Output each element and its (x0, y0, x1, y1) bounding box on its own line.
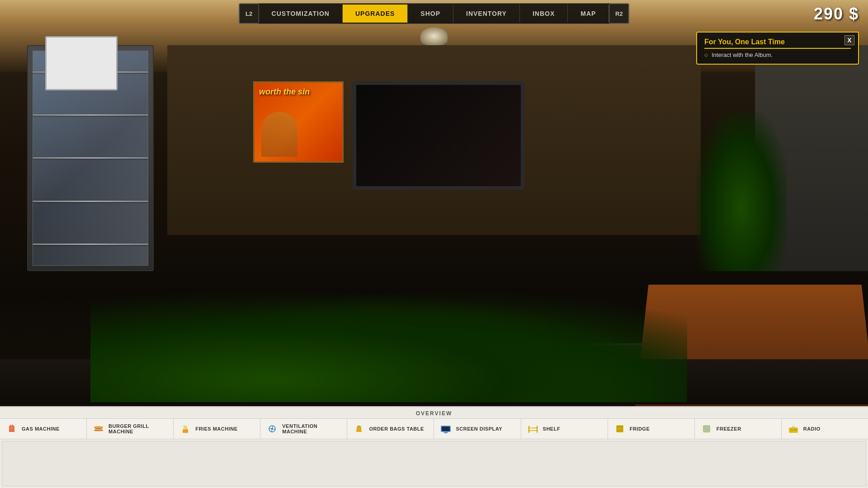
tab-screen-display-label: SCREEN DISPLAY (456, 426, 502, 432)
svg-rect-24 (619, 427, 620, 428)
tab-shelf[interactable]: SHELF (521, 419, 608, 439)
fridge-shelf (33, 157, 148, 159)
top-navigation: L2 CUSTOMIZATION UPGRADES SHOP INVENTORY… (0, 0, 868, 27)
svg-rect-8 (186, 426, 187, 430)
tab-fridge[interactable]: FRIDGE (608, 419, 695, 439)
tab-gas-machine[interactable]: GAS MACHINE (0, 419, 87, 439)
svg-rect-36 (793, 430, 797, 431)
wall-poster: worth the sin (253, 81, 344, 163)
poster-text: worth the sin (259, 87, 310, 97)
nav-shop[interactable]: SHOP (408, 5, 453, 23)
bottom-panel: OVERVIEW GAS MACHINE (0, 406, 868, 488)
notification-close-button[interactable]: X (844, 35, 854, 45)
svg-rect-25 (619, 430, 620, 431)
tab-fridge-label: FRIDGE (630, 426, 650, 432)
tab-fries-machine-label: FRIES MACHINE (195, 426, 237, 432)
tab-ventilation-label: VENTILATION MACHINE (282, 423, 341, 434)
nav-inventory[interactable]: INVENTORY (453, 5, 520, 23)
screen-display-icon (439, 424, 452, 434)
upgrade-content-area (2, 441, 866, 486)
upgrade-tabs: GAS MACHINE BURGER GRILL MACHINE (0, 419, 868, 439)
floor (0, 359, 868, 404)
notification-title: For You, One Last Time (704, 38, 851, 49)
svg-rect-19 (528, 426, 529, 433)
tab-radio-label: RADIO (803, 426, 821, 432)
svg-point-34 (791, 430, 792, 431)
svg-rect-5 (183, 429, 188, 433)
tab-screen-display[interactable]: SCREEN DISPLAY (434, 419, 521, 439)
nav-left-controller[interactable]: L2 (239, 4, 259, 23)
svg-rect-17 (528, 427, 538, 428)
fridge-shelf (33, 244, 148, 245)
nav-map[interactable]: MAP (568, 5, 609, 23)
notification-panel: X For You, One Last Time ◇ Interact with… (696, 32, 859, 65)
nav-upgrades[interactable]: UPGRADES (343, 5, 408, 23)
fridge-shelf (33, 201, 148, 202)
burger-grill-icon (92, 424, 105, 434)
fridge-shelf (33, 114, 148, 116)
monitor-screen (356, 85, 521, 186)
gas-machine-icon (5, 424, 18, 434)
notification-text: Interact with the Album. (712, 52, 773, 58)
nav-customization[interactable]: CUSTOMIZATION (259, 5, 343, 23)
poster-figure (261, 112, 297, 157)
tab-shelf-label: SHELF (543, 426, 561, 432)
order-bags-icon (353, 424, 365, 434)
shelf-icon (527, 424, 539, 434)
plants-right (696, 113, 787, 271)
tab-fries-machine[interactable]: FRIES MACHINE (174, 419, 260, 439)
svg-rect-16 (443, 432, 448, 433)
fries-machine-icon (179, 424, 192, 434)
svg-rect-6 (184, 426, 184, 430)
svg-point-10 (271, 428, 273, 430)
overview-label: OVERVIEW (0, 408, 868, 419)
svg-rect-11 (357, 429, 361, 429)
tab-freezer-label: FREEZER (717, 426, 741, 432)
svg-rect-7 (185, 425, 186, 430)
ceiling-lamp (420, 27, 448, 45)
svg-rect-2 (95, 428, 102, 429)
tab-ventilation-machine[interactable]: VENTILATION MACHINE (260, 419, 347, 439)
money-display: 290 $ (814, 5, 859, 23)
notification-diamond-icon: ◇ (704, 52, 708, 57)
wall-monitor (353, 81, 524, 190)
svg-point-4 (95, 426, 102, 428)
svg-point-0 (10, 426, 13, 430)
nav-container: L2 CUSTOMIZATION UPGRADES SHOP INVENTORY… (239, 3, 630, 24)
radio-icon (787, 424, 800, 434)
svg-rect-35 (793, 429, 797, 430)
svg-rect-20 (537, 426, 538, 433)
svg-rect-18 (528, 430, 538, 431)
tab-freezer[interactable]: FREEZER (695, 419, 782, 439)
tab-radio[interactable]: RADIO (782, 419, 868, 439)
tab-burger-grill-machine[interactable]: BURGER GRILL MACHINE (87, 419, 174, 439)
tab-order-bags-label: ORDER BAGS TABLE (369, 426, 424, 432)
ventilation-icon (266, 424, 278, 434)
wall-sign (45, 36, 118, 90)
notification-body: ◇ Interact with the Album. (704, 52, 851, 58)
tab-order-bags-table[interactable]: ORDER BAGS TABLE (347, 419, 434, 439)
tab-burger-grill-label: BURGER GRILL MACHINE (108, 423, 168, 434)
svg-rect-14 (442, 427, 450, 431)
svg-rect-12 (357, 430, 361, 431)
freezer-icon (700, 424, 713, 434)
nav-right-controller[interactable]: R2 (609, 4, 629, 23)
nav-inbox[interactable]: INBOX (520, 5, 568, 23)
fridge-icon (613, 424, 626, 434)
tab-gas-machine-label: GAS MACHINE (22, 426, 60, 432)
svg-rect-3 (94, 430, 103, 431)
